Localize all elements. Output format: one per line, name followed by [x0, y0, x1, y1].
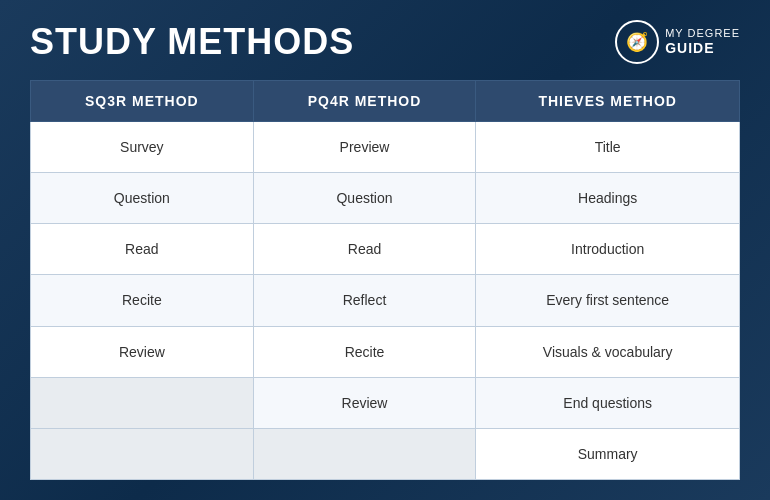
- table-cell: End questions: [476, 377, 740, 428]
- table-cell: [31, 428, 254, 479]
- header-thieves: THIEVES METHOD: [476, 81, 740, 122]
- table-cell: Headings: [476, 173, 740, 224]
- logo-text: MY DEGREE GUIDE: [665, 27, 740, 57]
- table-body: SurveyPreviewTitleQuestionQuestionHeadin…: [31, 122, 740, 480]
- table-cell: Reflect: [253, 275, 476, 326]
- table-cell: Summary: [476, 428, 740, 479]
- table-cell: Survey: [31, 122, 254, 173]
- table-row: ReciteReflectEvery first sentence: [31, 275, 740, 326]
- table-cell: Preview: [253, 122, 476, 173]
- page-title: STUDY METHODS: [30, 21, 354, 63]
- table-cell: Question: [253, 173, 476, 224]
- table-header-row: SQ3R METHOD PQ4R METHOD THIEVES METHOD: [31, 81, 740, 122]
- table-cell: Title: [476, 122, 740, 173]
- table-row: QuestionQuestionHeadings: [31, 173, 740, 224]
- table-cell: Review: [253, 377, 476, 428]
- table-cell: Read: [31, 224, 254, 275]
- logo-line2: GUIDE: [665, 40, 740, 57]
- table-cell: Visuals & vocabulary: [476, 326, 740, 377]
- table-cell: Recite: [253, 326, 476, 377]
- table-cell: Read: [253, 224, 476, 275]
- compass-icon: 🧭: [626, 31, 648, 53]
- logo: 🧭 MY DEGREE GUIDE: [615, 20, 740, 64]
- header-sq3r: SQ3R METHOD: [31, 81, 254, 122]
- logo-icon: 🧭: [615, 20, 659, 64]
- table-row: SurveyPreviewTitle: [31, 122, 740, 173]
- table-cell: Review: [31, 326, 254, 377]
- table-row: ReviewReciteVisuals & vocabulary: [31, 326, 740, 377]
- table-cell: Question: [31, 173, 254, 224]
- header-pq4r: PQ4R METHOD: [253, 81, 476, 122]
- table-cell: [31, 377, 254, 428]
- table-cell: Introduction: [476, 224, 740, 275]
- table-cell: Recite: [31, 275, 254, 326]
- table-cell: Every first sentence: [476, 275, 740, 326]
- table-row: ReadReadIntroduction: [31, 224, 740, 275]
- page-header: STUDY METHODS 🧭 MY DEGREE GUIDE: [30, 20, 740, 64]
- table-cell: [253, 428, 476, 479]
- table-row: ReviewEnd questions: [31, 377, 740, 428]
- logo-line1: MY DEGREE: [665, 27, 740, 40]
- table-row: Summary: [31, 428, 740, 479]
- study-methods-table: SQ3R METHOD PQ4R METHOD THIEVES METHOD S…: [30, 80, 740, 480]
